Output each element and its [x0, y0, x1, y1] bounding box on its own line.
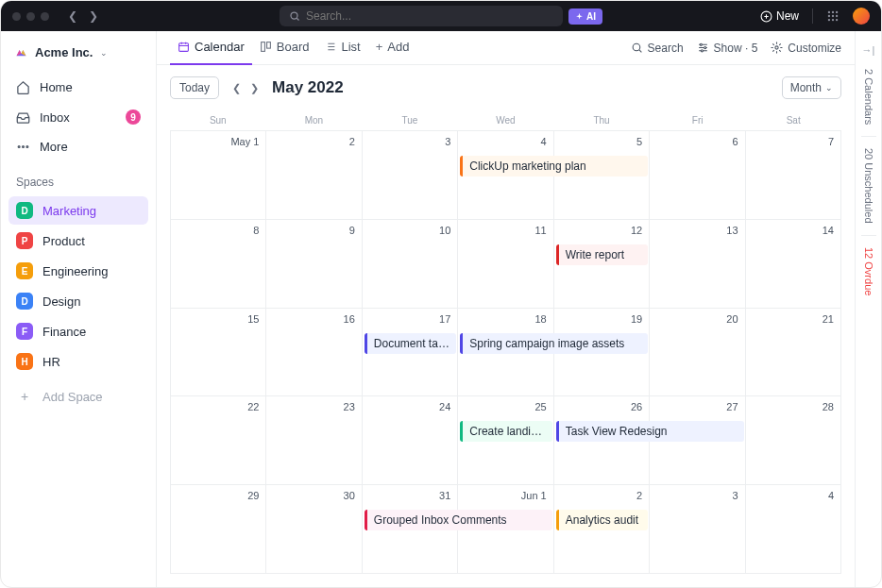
nav-back-icon[interactable]: ❮ [64, 8, 81, 25]
calendar-event[interactable]: Spring campaign image assets [460, 333, 648, 354]
divider [861, 136, 876, 137]
day-cell[interactable]: 22 [171, 396, 266, 484]
calendar-event[interactable]: ClickUp marketing plan [460, 156, 648, 176]
day-header: Sun [170, 110, 266, 130]
day-cell[interactable]: 11 [458, 220, 553, 308]
day-cell[interactable]: 6 [650, 131, 745, 219]
space-item-finance[interactable]: FFinance [8, 317, 148, 345]
day-cell[interactable]: 10 [363, 220, 458, 308]
side-unscheduled[interactable]: 20 Unscheduled [863, 139, 874, 233]
workspace-name: Acme Inc. [35, 45, 93, 59]
day-cell[interactable]: 28 [746, 396, 841, 484]
nav-item-more[interactable]: More [8, 133, 148, 160]
day-cell[interactable]: 2 [266, 131, 362, 219]
nav-item-home[interactable]: Home [8, 74, 148, 101]
today-button[interactable]: Today [170, 76, 219, 99]
svg-point-11 [828, 19, 830, 21]
svg-point-8 [828, 15, 830, 17]
minimize-window[interactable] [26, 12, 35, 21]
svg-rect-21 [261, 42, 264, 52]
day-cell[interactable]: 30 [266, 485, 362, 573]
nav-forward-icon[interactable]: ❯ [85, 8, 102, 25]
day-cell[interactable]: 7 [746, 131, 841, 219]
view-tab-calendar[interactable]: Calendar [170, 31, 252, 65]
calendar-event[interactable]: Create landing page [460, 421, 551, 442]
side-calendars[interactable]: 2 Calendars [863, 59, 874, 134]
day-cell[interactable]: 8 [171, 220, 266, 308]
prev-month-icon[interactable]: ❮ [229, 80, 245, 96]
space-label: HR [42, 355, 60, 369]
day-cell[interactable]: 3 [363, 131, 458, 219]
toolbar-search[interactable]: Search [631, 42, 684, 55]
workspace-switcher[interactable]: Acme Inc. ⌄ [8, 41, 148, 64]
day-number: 2 [561, 490, 642, 501]
day-header: Mon [266, 110, 363, 130]
day-cell[interactable]: 14 [746, 220, 841, 308]
apps-grid-icon[interactable] [826, 9, 840, 23]
day-number: 29 [178, 490, 259, 501]
space-item-product[interactable]: PProduct [8, 227, 148, 255]
ai-button[interactable]: AI [568, 8, 602, 25]
add-space-button[interactable]: + Add Space [8, 381, 148, 412]
svg-rect-22 [266, 42, 270, 49]
calendar-event[interactable]: Document target users [365, 333, 456, 354]
space-item-marketing[interactable]: DMarketing [8, 196, 148, 225]
svg-point-16 [18, 146, 20, 148]
space-item-hr[interactable]: HHR [8, 347, 148, 376]
badge: 9 [126, 109, 141, 125]
side-overdue[interactable]: 12 Ovrdue [863, 238, 874, 305]
day-cell[interactable]: 3 [650, 485, 745, 573]
space-label: Product [42, 234, 85, 248]
search-input[interactable] [306, 9, 553, 23]
collapse-panel-icon[interactable]: →| [858, 41, 879, 59]
week-row: May 1234567ClickUp marketing plan [171, 131, 841, 220]
toolbar-customize[interactable]: Customize [771, 42, 841, 55]
space-icon: P [16, 232, 33, 249]
toolbar-customize-label: Customize [788, 42, 841, 55]
toolbar-show-label: Show · 5 [714, 42, 758, 55]
day-cell[interactable]: 4 [746, 485, 841, 573]
calendar-event[interactable]: Grouped Inbox Comments [365, 510, 552, 530]
close-window[interactable] [12, 12, 21, 21]
day-cell[interactable]: 15 [171, 309, 266, 396]
day-number: 17 [369, 313, 450, 325]
user-avatar[interactable] [853, 8, 870, 25]
day-cell[interactable]: 16 [266, 309, 362, 396]
workspace-logo-icon [14, 45, 28, 59]
space-label: Marketing [42, 204, 96, 218]
new-button[interactable]: New [760, 9, 799, 23]
sliders-icon [697, 42, 709, 54]
day-number: 24 [369, 401, 450, 412]
day-header: Fri [650, 110, 746, 130]
view-tab-label: List [341, 40, 360, 54]
view-tab-add[interactable]: +Add [368, 31, 417, 65]
day-cell[interactable]: May 1 [171, 131, 266, 219]
calendar-event[interactable]: Task View Redesign [556, 421, 744, 442]
svg-point-7 [836, 11, 838, 13]
calendar-event[interactable]: Analytics audit [556, 510, 648, 530]
day-cell[interactable]: 24 [363, 396, 458, 484]
view-tab-board[interactable]: Board [252, 31, 317, 65]
maximize-window[interactable] [41, 12, 49, 21]
next-month-icon[interactable]: ❯ [246, 80, 263, 96]
nav-item-inbox[interactable]: Inbox9 [8, 103, 148, 131]
divider [812, 8, 813, 24]
day-cell[interactable]: 9 [266, 220, 362, 308]
view-tab-list[interactable]: List [316, 31, 367, 65]
calendar-event[interactable]: Write report [556, 244, 648, 265]
day-number: 20 [656, 313, 738, 325]
space-item-engineering[interactable]: EEngineering [8, 257, 148, 285]
search-box[interactable] [280, 6, 563, 26]
day-number: Jun 1 [465, 490, 546, 501]
space-item-design[interactable]: DDesign [8, 287, 148, 315]
day-cell[interactable]: 13 [650, 220, 745, 308]
day-cell[interactable]: 23 [266, 396, 362, 484]
week-row: 293031Jun 1234Grouped Inbox CommentsAnal… [171, 485, 841, 574]
day-cell[interactable]: 29 [171, 485, 266, 573]
day-number: 22 [178, 401, 259, 412]
day-cell[interactable]: 20 [650, 309, 745, 396]
view-mode-select[interactable]: Month ⌄ [782, 76, 841, 99]
month-title: May 2022 [272, 78, 344, 97]
toolbar-show[interactable]: Show · 5 [697, 42, 758, 55]
day-cell[interactable]: 21 [746, 309, 841, 396]
